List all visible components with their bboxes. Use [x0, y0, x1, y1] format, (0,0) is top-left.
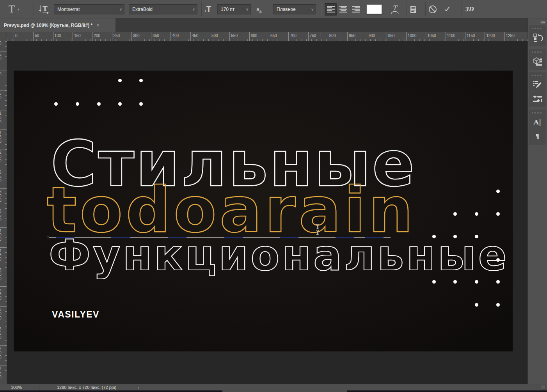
font-size-value: 170 пт	[218, 7, 243, 12]
divider	[407, 2, 407, 16]
dot	[475, 303, 478, 307]
taskbar-sliver	[0, 390, 547, 392]
dot	[139, 79, 143, 82]
align-right-icon	[352, 6, 360, 13]
document-info: 1280 пикс. x 720 пикс. (72 ppi)	[39, 385, 116, 390]
resize-grip[interactable]	[541, 385, 545, 390]
paragraph-panel-button[interactable]: ¶	[529, 129, 546, 143]
drag-grip[interactable]	[532, 75, 543, 76]
anti-alias-value: Плавное	[274, 7, 309, 12]
3d-panel-button[interactable]	[529, 54, 546, 68]
type-tool-icon: T	[9, 4, 15, 15]
dot	[97, 102, 101, 106]
warp-text-icon: T	[390, 4, 400, 14]
taskbar-segment	[222, 390, 347, 392]
align-center-icon	[339, 6, 347, 13]
3d-icon: 3D	[464, 6, 473, 13]
commit-edits-button[interactable]: ✓	[444, 0, 451, 18]
align-left-button[interactable]	[325, 3, 337, 16]
anti-alias-select[interactable]: Плавное ∨	[273, 4, 316, 14]
panels-icon	[409, 5, 418, 14]
dot	[496, 190, 500, 193]
character-panel-button[interactable]: A|	[529, 115, 546, 129]
divider	[461, 2, 462, 16]
drag-grip[interactable]	[532, 112, 543, 114]
character-panel-icon: A|	[534, 118, 541, 126]
font-size-icon: т T	[204, 0, 211, 18]
font-family-value: Montserrat	[54, 7, 117, 12]
toggle-panels-button[interactable]	[409, 0, 418, 18]
cancel-edits-button[interactable]	[428, 0, 437, 18]
warp-text-button[interactable]: T	[390, 0, 400, 18]
font-family-select[interactable]: Montserrat ∨	[54, 4, 124, 14]
brand-logo: VASILYEV	[52, 309, 99, 320]
history-icon	[533, 33, 543, 43]
chevron-right-icon[interactable]: ›	[138, 385, 139, 390]
dot	[139, 102, 143, 106]
drag-grip[interactable]	[532, 28, 543, 29]
divider	[387, 2, 387, 16]
chevron-down-icon: ∨	[309, 7, 316, 11]
dock-group	[529, 25, 546, 46]
photoshop-window: T ▾ T Montserrat ∨ ExtraBold ∨ т T 170 п…	[0, 0, 547, 392]
dot	[475, 280, 478, 284]
text-cursor-icon	[314, 224, 321, 236]
canvas-viewport[interactable]: Стильные todoarain Функциональные VASILY…	[7, 41, 527, 384]
dot	[496, 303, 500, 307]
3d-mode-button[interactable]: 3D	[464, 0, 473, 18]
zoom-level-field[interactable]: 100%	[0, 385, 39, 390]
chevron-down-icon: ▾	[18, 7, 20, 11]
svg-text:T: T	[392, 4, 398, 12]
left-ruler[interactable]: 1005005010015020025030035040045050055060…	[0, 41, 7, 384]
top-ruler[interactable]: 0501001502002503003504004505005506006507…	[7, 32, 527, 41]
panel-dock: ««	[527, 18, 547, 384]
dot	[496, 280, 500, 284]
dot	[76, 102, 79, 106]
divider	[321, 2, 321, 16]
dot	[118, 79, 122, 82]
type-tool-options-bar: T ▾ T Montserrat ∨ ExtraBold ∨ т T 170 п…	[0, 0, 547, 18]
dot	[475, 212, 478, 216]
text-color-swatch[interactable]	[366, 4, 382, 14]
headline-functional-text: Функциональные	[49, 234, 509, 277]
anti-alias-icon: a a	[256, 0, 261, 18]
checkmark-icon: ✓	[444, 4, 451, 14]
font-size-select[interactable]: 170 пт ∨	[217, 4, 251, 14]
cube-icon	[532, 56, 543, 66]
document-canvas[interactable]: Стильные todoarain Функциональные VASILY…	[14, 71, 513, 351]
chevron-down-icon: ∨	[190, 7, 197, 11]
align-right-button[interactable]	[350, 3, 362, 16]
collapse-dock-button[interactable]: ««	[541, 19, 545, 25]
dock-group	[529, 49, 546, 70]
divider	[34, 2, 34, 16]
brushes-panel-button[interactable]	[529, 92, 546, 106]
dock-group	[529, 72, 546, 107]
brushes-icon	[532, 94, 543, 103]
ruler-origin-corner[interactable]	[0, 32, 7, 41]
svg-text:T: T	[43, 5, 48, 12]
dot	[432, 280, 436, 284]
brush-settings-icon	[532, 80, 543, 90]
align-center-button[interactable]	[337, 3, 349, 16]
divider	[425, 2, 426, 16]
chevron-down-icon: ∨	[243, 7, 250, 11]
text-orientation-icon: T	[38, 4, 50, 15]
cancel-icon	[428, 5, 437, 14]
status-bar: 100% 1280 пикс. x 720 пикс. (72 ppi) ›	[0, 384, 547, 390]
history-panel-button[interactable]	[529, 31, 546, 45]
document-tab-title: Prevyu.psd @ 100% (Крутые, RGB/8#) *	[4, 23, 92, 28]
font-style-select[interactable]: ExtraBold ∨	[129, 4, 197, 14]
dot	[453, 280, 457, 284]
brush-settings-panel-button[interactable]	[529, 78, 546, 92]
dot	[453, 212, 457, 216]
chevron-down-icon: ∨	[117, 7, 124, 11]
ruler-cursor-marker	[320, 32, 320, 37]
dot	[118, 102, 122, 106]
text-orientation-button[interactable]: T	[38, 0, 50, 18]
close-icon[interactable]: ×	[96, 22, 99, 28]
type-tool-preset[interactable]: T ▾	[9, 0, 20, 18]
drag-grip[interactable]	[532, 51, 543, 53]
paragraph-panel-icon: ¶	[535, 132, 540, 140]
font-style-value: ExtraBold	[129, 7, 190, 12]
document-tab[interactable]: Prevyu.psd @ 100% (Крутые, RGB/8#) * ×	[0, 18, 115, 32]
